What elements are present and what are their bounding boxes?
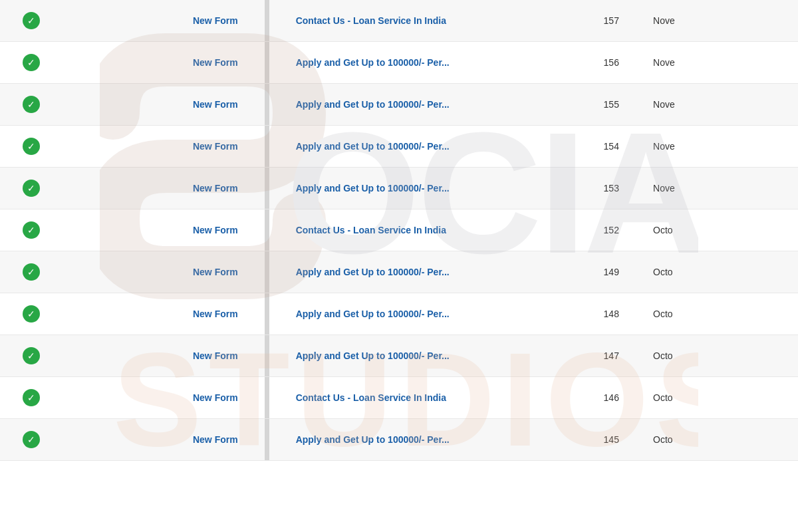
status-cell: ✓ <box>0 251 63 293</box>
title-cell: Apply and Get Up to 100000/- Per... <box>269 251 581 293</box>
form-link[interactable]: New Form <box>193 57 238 68</box>
table-row: ✓ New Form Apply and Get Up to 100000/- … <box>0 335 798 377</box>
form-link[interactable]: New Form <box>193 434 238 445</box>
table-row: ✓ New Form Contact Us - Loan Service In … <box>0 209 798 251</box>
id-cell: 146 <box>580 377 642 419</box>
id-cell: 145 <box>580 419 642 461</box>
entry-id: 156 <box>604 57 619 68</box>
date-cell: Nove <box>642 168 798 209</box>
entry-title: Apply and Get Up to 100000/- Per... <box>296 141 450 152</box>
title-cell: Contact Us - Loan Service In India <box>269 209 581 251</box>
title-cell: Contact Us - Loan Service In India <box>269 0 581 42</box>
form-link[interactable]: New Form <box>193 15 238 26</box>
form-cell: New Form <box>63 168 265 209</box>
divider-cell <box>265 42 269 84</box>
id-cell: 157 <box>580 0 642 42</box>
entry-id: 146 <box>604 392 619 403</box>
form-link[interactable]: New Form <box>193 350 238 361</box>
divider-cell <box>265 251 269 293</box>
status-icon: ✓ <box>23 96 40 113</box>
entry-date: Nove <box>653 15 675 26</box>
form-link[interactable]: New Form <box>193 309 238 319</box>
form-cell: New Form <box>63 42 265 84</box>
status-cell: ✓ <box>0 209 63 251</box>
title-cell: Apply and Get Up to 100000/- Per... <box>269 335 581 377</box>
date-cell: Nove <box>642 42 798 84</box>
entry-title: Apply and Get Up to 100000/- Per... <box>296 57 450 68</box>
entry-date: Octo <box>653 225 673 235</box>
status-icon: ✓ <box>23 305 40 323</box>
id-cell: 149 <box>580 251 642 293</box>
entry-title: Contact Us - Loan Service In India <box>296 392 446 403</box>
entry-id: 157 <box>604 15 619 26</box>
form-cell: New Form <box>63 335 265 377</box>
date-cell: Nove <box>642 0 798 42</box>
status-icon: ✓ <box>23 389 40 406</box>
entry-title: Apply and Get Up to 100000/- Per... <box>296 183 450 194</box>
entry-date: Octo <box>653 309 673 319</box>
table-row: ✓ New Form Apply and Get Up to 100000/- … <box>0 42 798 84</box>
divider-cell <box>265 377 269 419</box>
date-cell: Octo <box>642 377 798 419</box>
form-link[interactable]: New Form <box>193 225 238 235</box>
table-row: ✓ New Form Apply and Get Up to 100000/- … <box>0 293 798 335</box>
date-cell: Octo <box>642 251 798 293</box>
table-row: ✓ New Form Apply and Get Up to 100000/- … <box>0 126 798 168</box>
table-row: ✓ New Form Apply and Get Up to 100000/- … <box>0 251 798 293</box>
date-cell: Nove <box>642 84 798 126</box>
title-cell: Apply and Get Up to 100000/- Per... <box>269 419 581 461</box>
entry-id: 148 <box>604 309 619 319</box>
divider-cell <box>265 419 269 461</box>
status-icon: ✓ <box>23 54 40 71</box>
entry-id: 155 <box>604 99 619 110</box>
table-row: ✓ New Form Contact Us - Loan Service In … <box>0 377 798 419</box>
id-cell: 155 <box>580 84 642 126</box>
entry-title: Apply and Get Up to 100000/- Per... <box>296 99 450 110</box>
title-cell: Apply and Get Up to 100000/- Per... <box>269 42 581 84</box>
status-cell: ✓ <box>0 419 63 461</box>
entry-title: Apply and Get Up to 100000/- Per... <box>296 434 450 445</box>
divider-cell <box>265 84 269 126</box>
entry-date: Nove <box>653 57 675 68</box>
form-link[interactable]: New Form <box>193 267 238 277</box>
status-icon: ✓ <box>23 138 40 155</box>
divider-cell <box>265 126 269 168</box>
entry-title: Apply and Get Up to 100000/- Per... <box>296 309 450 319</box>
form-cell: New Form <box>63 251 265 293</box>
form-cell: New Form <box>63 126 265 168</box>
status-cell: ✓ <box>0 168 63 209</box>
entry-date: Octo <box>653 434 673 445</box>
form-cell: New Form <box>63 84 265 126</box>
entry-id: 147 <box>604 350 619 361</box>
entry-title: Apply and Get Up to 100000/- Per... <box>296 350 450 361</box>
date-cell: Octo <box>642 293 798 335</box>
status-cell: ✓ <box>0 377 63 419</box>
table-row: ✓ New Form Contact Us - Loan Service In … <box>0 0 798 42</box>
status-icon: ✓ <box>23 347 40 364</box>
id-cell: 147 <box>580 335 642 377</box>
form-cell: New Form <box>63 0 265 42</box>
entry-date: Nove <box>653 99 675 110</box>
status-icon: ✓ <box>23 431 40 448</box>
form-link[interactable]: New Form <box>193 99 238 110</box>
date-cell: Octo <box>642 335 798 377</box>
form-link[interactable]: New Form <box>193 183 238 194</box>
divider-cell <box>265 0 269 42</box>
form-link[interactable]: New Form <box>193 141 238 152</box>
entry-title: Contact Us - Loan Service In India <box>296 15 446 26</box>
form-link[interactable]: New Form <box>193 392 238 403</box>
status-cell: ✓ <box>0 293 63 335</box>
status-cell: ✓ <box>0 42 63 84</box>
date-cell: Octo <box>642 419 798 461</box>
entry-title: Apply and Get Up to 100000/- Per... <box>296 267 450 277</box>
id-cell: 156 <box>580 42 642 84</box>
status-cell: ✓ <box>0 0 63 42</box>
status-icon: ✓ <box>23 12 40 29</box>
status-icon: ✓ <box>23 221 40 239</box>
status-cell: ✓ <box>0 84 63 126</box>
divider-cell <box>265 168 269 209</box>
id-cell: 148 <box>580 293 642 335</box>
entry-id: 152 <box>604 225 619 235</box>
form-cell: New Form <box>63 419 265 461</box>
entry-date: Nove <box>653 141 675 152</box>
